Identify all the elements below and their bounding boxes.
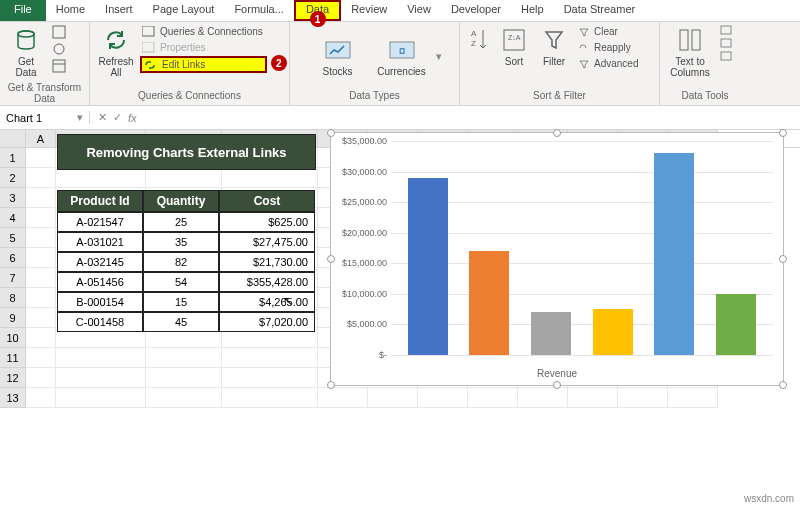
row-header[interactable]: 9 <box>0 308 26 328</box>
remove-duplicates-icon[interactable] <box>718 37 736 49</box>
row-header[interactable]: 10 <box>0 328 26 348</box>
cell-product-id[interactable]: A-051456 <box>57 272 143 292</box>
filter-button[interactable]: Filter <box>536 24 572 69</box>
cell[interactable] <box>146 388 222 408</box>
cell-quantity[interactable]: 25 <box>143 212 219 232</box>
cell-quantity[interactable]: 45 <box>143 312 219 332</box>
cell[interactable] <box>568 388 618 408</box>
cell[interactable] <box>618 388 668 408</box>
advanced-button[interactable]: Advanced <box>576 56 642 71</box>
chart-bar[interactable] <box>593 309 633 355</box>
cell[interactable] <box>26 148 56 168</box>
cell[interactable] <box>26 208 56 228</box>
cell[interactable] <box>26 308 56 328</box>
datatypes-expand-icon[interactable]: ▾ <box>436 50 442 63</box>
reapply-button[interactable]: Reapply <box>576 40 642 55</box>
chart-bar[interactable] <box>716 294 756 355</box>
fx-icon[interactable]: fx <box>128 112 137 124</box>
select-all-corner[interactable] <box>0 130 26 147</box>
data-validation-icon[interactable] <box>718 50 736 62</box>
chart-bar[interactable] <box>531 312 571 355</box>
chart-bar[interactable] <box>469 251 509 355</box>
from-web-icon[interactable] <box>50 41 70 57</box>
row-header[interactable]: 13 <box>0 388 26 408</box>
cell[interactable] <box>468 388 518 408</box>
get-data-button[interactable]: Get Data <box>6 24 46 80</box>
cell-product-id[interactable]: B-000154 <box>57 292 143 312</box>
cell[interactable] <box>146 348 222 368</box>
row-header[interactable]: 3 <box>0 188 26 208</box>
tab-insert[interactable]: Insert <box>95 0 143 21</box>
properties-button[interactable]: Properties <box>140 40 267 55</box>
queries-connections-button[interactable]: Queries & Connections <box>140 24 267 39</box>
cell-cost[interactable]: $21,730.00 <box>219 252 315 272</box>
cell-cost[interactable]: $355,428.00 <box>219 272 315 292</box>
cell-product-id[interactable]: A-032145 <box>57 252 143 272</box>
cell-product-id[interactable]: A-031021 <box>57 232 143 252</box>
cell[interactable] <box>222 388 318 408</box>
chart-bar[interactable] <box>408 178 448 355</box>
cell[interactable] <box>26 388 56 408</box>
row-header[interactable]: 2 <box>0 168 26 188</box>
clear-button[interactable]: Clear <box>576 24 642 39</box>
cell-quantity[interactable]: 35 <box>143 232 219 252</box>
cell[interactable] <box>668 388 718 408</box>
cell[interactable] <box>26 228 56 248</box>
cell[interactable] <box>26 188 56 208</box>
edit-links-button[interactable]: Edit Links 2 <box>140 56 267 73</box>
cell[interactable] <box>26 368 56 388</box>
row-header[interactable]: 6 <box>0 248 26 268</box>
cell[interactable] <box>56 368 146 388</box>
cell[interactable] <box>222 368 318 388</box>
tab-review[interactable]: Review <box>341 0 397 21</box>
cell[interactable] <box>26 328 56 348</box>
row-header[interactable]: 7 <box>0 268 26 288</box>
tab-file[interactable]: File <box>0 0 46 21</box>
row-header[interactable]: 1 <box>0 148 26 168</box>
row-header[interactable]: 4 <box>0 208 26 228</box>
cell[interactable] <box>26 168 56 188</box>
cell[interactable] <box>222 348 318 368</box>
chart-bar[interactable] <box>654 153 694 355</box>
tab-home[interactable]: Home <box>46 0 95 21</box>
name-box[interactable]: Chart 1 ▾ <box>0 111 90 124</box>
sort-az-button[interactable]: AZ <box>466 24 492 56</box>
currencies-button[interactable]: ¤ Currencies <box>372 34 432 79</box>
cell-quantity[interactable]: 15 <box>143 292 219 312</box>
name-box-dropdown-icon[interactable]: ▾ <box>77 111 83 124</box>
cell-cost[interactable]: $27,475.00 <box>219 232 315 252</box>
embedded-chart[interactable]: $35,000.00$30,000.00$25,000.00$20,000.00… <box>330 132 784 386</box>
tab-data-streamer[interactable]: Data Streamer <box>554 0 646 21</box>
cell[interactable] <box>26 348 56 368</box>
row-header[interactable]: 5 <box>0 228 26 248</box>
cell-cost[interactable]: $7,020.00 <box>219 312 315 332</box>
tab-page-layout[interactable]: Page Layout <box>143 0 225 21</box>
cell-product-id[interactable]: C-001458 <box>57 312 143 332</box>
from-text-icon[interactable] <box>50 24 70 40</box>
refresh-all-button[interactable]: Refresh All <box>96 24 136 80</box>
row-header[interactable]: 11 <box>0 348 26 368</box>
cell[interactable] <box>418 388 468 408</box>
tab-developer[interactable]: Developer <box>441 0 511 21</box>
text-to-columns-button[interactable]: Text to Columns <box>666 24 714 80</box>
tab-data[interactable]: Data 1 <box>294 0 341 21</box>
enter-icon[interactable]: ✓ <box>113 111 122 124</box>
chart-plot-area[interactable]: $35,000.00$30,000.00$25,000.00$20,000.00… <box>391 141 773 355</box>
column-header[interactable]: A <box>26 130 56 147</box>
tab-view[interactable]: View <box>397 0 441 21</box>
cell-cost[interactable]: $625.00 <box>219 212 315 232</box>
cell-quantity[interactable]: 54 <box>143 272 219 292</box>
cell[interactable] <box>26 248 56 268</box>
cell[interactable] <box>518 388 568 408</box>
cell[interactable] <box>368 388 418 408</box>
cancel-icon[interactable]: ✕ <box>98 111 107 124</box>
flash-fill-icon[interactable] <box>718 24 736 36</box>
cell[interactable] <box>318 388 368 408</box>
stocks-button[interactable]: Stocks <box>308 34 368 79</box>
cell[interactable] <box>26 268 56 288</box>
cell-quantity[interactable]: 82 <box>143 252 219 272</box>
cell-product-id[interactable]: A-021547 <box>57 212 143 232</box>
row-header[interactable]: 12 <box>0 368 26 388</box>
cell[interactable] <box>56 388 146 408</box>
row-header[interactable]: 8 <box>0 288 26 308</box>
